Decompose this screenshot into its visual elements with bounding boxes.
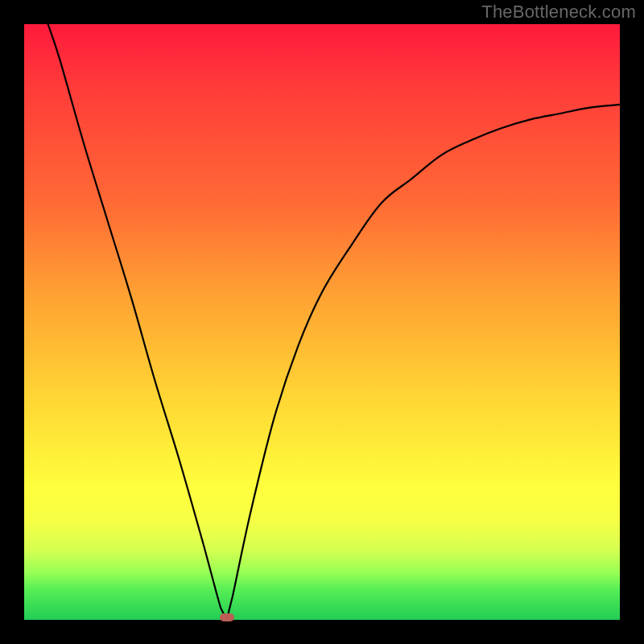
watermark-text: TheBottleneck.com bbox=[481, 2, 636, 23]
chart-frame: TheBottleneck.com bbox=[0, 0, 644, 644]
curve-minimum-marker bbox=[220, 613, 234, 621]
chart-curve bbox=[24, 24, 620, 620]
plot-area bbox=[24, 24, 620, 620]
